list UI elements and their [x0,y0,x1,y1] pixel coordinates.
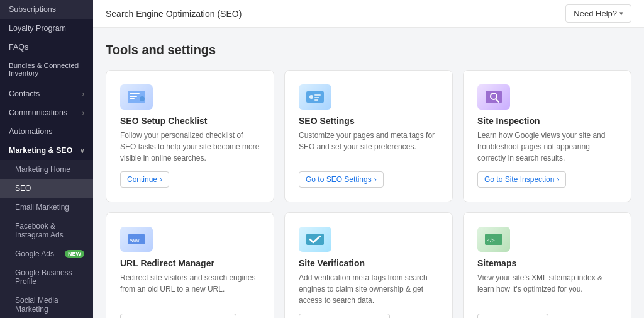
card-title: URL Redirect Manager [120,258,260,268]
arrow-icon: › [374,175,377,184]
svg-rect-7 [314,94,321,96]
card-icon-sitemaps: </> [477,227,510,252]
page-title: Search Engine Optimization (SEO) [106,9,242,19]
card-link-seo-settings[interactable]: Go to SEO Settings › [299,171,384,188]
svg-rect-1 [130,93,140,94]
sidebar-item-social-media[interactable]: Social Media Marketing [0,291,93,318]
sidebar-item-faqs[interactable]: FAQs [0,38,93,57]
sidebar-item-loyalty-program[interactable]: Loyalty Program [0,19,93,38]
card-link-site-verification[interactable]: Go to Site Verification › [299,314,390,318]
svg-point-4 [140,96,145,101]
sidebar-item-subscriptions[interactable]: Subscriptions [0,0,93,19]
svg-text:</>: </> [487,238,495,243]
card-link-url-redirect[interactable]: Go to URL Redirect Manager › [120,314,236,318]
svg-rect-3 [130,98,135,99]
arrow-icon: › [160,175,162,184]
svg-rect-8 [314,97,319,98]
card-desc: Learn how Google views your site and tro… [477,130,617,164]
section-title: Tools and settings [106,43,631,57]
sidebar-item-communications[interactable]: Communications › [0,103,93,122]
card-title: Sitemaps [477,258,617,268]
card-desc: Customize your pages and meta tags for S… [299,130,438,164]
card-url-redirect: www URL Redirect Manager Redirect site v… [106,212,274,318]
card-desc: Add verification meta tags from search e… [299,272,438,306]
sidebar-item-marketing-home[interactable]: Marketing Home [0,160,93,179]
card-icon-site-inspection [477,84,510,110]
card-site-inspection: Site Inspection Learn how Google views y… [463,70,631,202]
chevron-down-icon: ∨ [80,147,84,154]
card-link-sitemaps[interactable]: Go to Sitemaps › [477,314,548,318]
sidebar-item-marketing-seo[interactable]: Marketing & SEO ∨ [0,141,93,160]
card-desc: Follow your personalized checklist of SE… [120,130,260,164]
svg-rect-15 [306,234,324,245]
card-link-continue[interactable]: Continue › [120,171,169,188]
card-sitemaps: </> Sitemaps View your site's XML sitema… [463,212,631,318]
topbar: Search Engine Optimization (SEO) Need He… [93,0,644,28]
card-link-site-inspection[interactable]: Go to Site Inspection › [477,171,566,188]
card-seo-settings: SEO Settings Customize your pages and me… [284,70,453,202]
cards-grid: SEO Setup Checklist Follow your personal… [106,70,631,318]
content-area: Tools and settings SEO Setup Checklist F… [93,28,644,318]
chevron-right-icon: › [82,91,84,98]
sidebar-item-google-ads[interactable]: Google Ads NEW [0,244,93,263]
card-desc: Redirect site visitors and search engine… [120,272,260,306]
svg-text:www: www [130,237,140,243]
card-desc: View your site's XML sitemap index & lea… [477,272,617,306]
need-help-button[interactable]: Need Help? ▾ [565,4,631,23]
arrow-icon: › [557,175,559,184]
card-icon-site-verification [299,227,331,252]
card-icon-url-redirect: www [120,227,153,252]
sidebar-item-google-business[interactable]: Google Business Profile [0,263,93,291]
chevron-right-icon: › [82,110,84,116]
card-icon-seo-settings [299,84,331,110]
card-icon-seo-setup [120,84,153,110]
card-title: SEO Setup Checklist [120,116,260,126]
sidebar: Subscriptions Loyalty Program FAQs Bundl… [0,0,93,318]
sidebar-item-seo[interactable]: SEO [0,179,93,198]
sidebar-item-bundles[interactable]: Bundles & Connected Inventory [0,57,93,82]
svg-rect-9 [314,99,318,101]
card-seo-setup-checklist: SEO Setup Checklist Follow your personal… [106,70,274,202]
sidebar-item-email-marketing[interactable]: Email Marketing [0,198,93,217]
new-badge: NEW [65,250,84,258]
chevron-down-icon: ▾ [619,9,623,18]
main-content: Search Engine Optimization (SEO) Need He… [93,0,644,318]
card-title: Site Inspection [477,116,617,126]
card-title: Site Verification [299,258,438,268]
svg-point-6 [309,95,313,99]
sidebar-item-contacts[interactable]: Contacts › [0,84,93,103]
sidebar-item-facebook-instagram[interactable]: Facebook & Instagram Ads [0,217,93,244]
card-site-verification: Site Verification Add verification meta … [284,212,453,318]
card-title: SEO Settings [299,116,438,126]
sidebar-item-automations[interactable]: Automations [0,122,93,141]
svg-rect-2 [130,96,137,97]
